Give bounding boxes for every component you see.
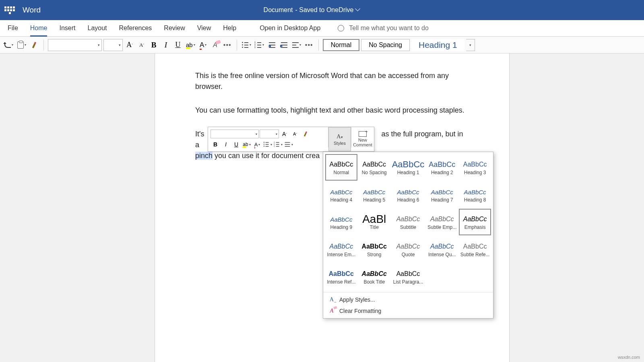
mini-underline[interactable]: U <box>231 140 241 149</box>
doc-saved-suffix: - Saved to OneDrive <box>295 6 354 14</box>
style-tile-heading-4[interactable]: AaBbCcHeading 4 <box>325 181 357 208</box>
style-tile-list-paragra-[interactable]: AaBbCcList Paragra... <box>391 263 425 290</box>
style-tile-book-title[interactable]: AaBbCcBook Title <box>358 263 390 290</box>
document-canvas: This is the free online version of Micro… <box>0 53 644 362</box>
style-tile-heading-5[interactable]: AaBbCcHeading 5 <box>358 181 390 208</box>
mini-numbering[interactable]: ▾ <box>273 140 283 149</box>
mini-shrink-font[interactable]: Aˇ <box>290 129 300 139</box>
style-tile-normal[interactable]: AaBbCcNormal <box>325 154 357 181</box>
font-color-button[interactable]: A▾ <box>198 39 208 51</box>
increase-indent-button[interactable]: ▶ <box>279 39 289 51</box>
style-tile-strong[interactable]: AaBbCcStrong <box>358 236 390 263</box>
style-tile-subtle-refe-[interactable]: AaBbCcSubtle Refe... <box>459 236 491 263</box>
styles-gallery-panel: AaBbCcNormalAaBbCcNo SpacingAaBbCcHeadin… <box>323 152 493 319</box>
style-tile-emphasis[interactable]: AaBbCcEmphasis <box>459 209 491 235</box>
title-bar: Word Document - Saved to OneDrive <box>0 0 644 20</box>
clear-formatting-button[interactable]: A <box>210 39 221 51</box>
clear-formatting-icon: A <box>328 307 335 315</box>
mini-bullets[interactable]: ▾ <box>263 140 272 149</box>
mini-font-combo[interactable]: ▾ <box>211 130 259 138</box>
tab-view[interactable]: View <box>191 20 217 37</box>
style-tile-title[interactable]: AaBlTitle <box>358 209 390 235</box>
style-tile-intense-qu-[interactable]: AaBbCcIntense Qu... <box>426 236 458 263</box>
style-tile-intense-ref-[interactable]: AaBbCcIntense Ref... <box>325 263 357 290</box>
highlight-button[interactable]: ab▾ <box>185 39 196 51</box>
style-tile-subtitle[interactable]: AaBbCcSubtitle <box>391 209 425 235</box>
apply-styles-button[interactable]: A Apply Styles... <box>323 294 493 305</box>
more-para-button[interactable]: ••• <box>304 39 314 51</box>
tab-help[interactable]: Help <box>217 20 242 37</box>
tab-home[interactable]: Home <box>24 20 54 37</box>
mini-toolbar: ▾ ▾ Aˆ Aˇ B I U ab▾ A▾ ▾ ▾ ▾ A▾ Styles N… <box>208 127 374 152</box>
ribbon-tabs: File Home Insert Layout References Revie… <box>0 20 644 37</box>
clear-formatting-button[interactable]: A Clear Formatting <box>323 305 493 317</box>
mini-indent[interactable]: ▾ <box>284 140 293 149</box>
font-family-combo[interactable]: ▾ <box>48 39 102 51</box>
font-size-combo[interactable]: ▾ <box>103 39 123 51</box>
align-button[interactable]: ▾ <box>291 39 302 51</box>
style-normal-button[interactable]: Normal <box>323 39 360 51</box>
watermark: wsxdn.com <box>618 355 640 360</box>
mini-bold[interactable]: B <box>211 140 220 149</box>
undo-button[interactable]: ▾ <box>3 39 14 51</box>
shrink-font-button[interactable]: Aˇ <box>136 39 147 51</box>
more-font-button[interactable]: ••• <box>222 39 233 51</box>
mini-format-painter[interactable] <box>301 129 310 139</box>
ribbon-toolbar: ▾ ▾ ▾ ▾ Aˆ Aˇ B I U ab▾ A▾ A ••• ▾ ▾ ◀ ▶… <box>0 37 644 53</box>
tell-me-search[interactable]: Tell me what you want to do <box>349 25 428 32</box>
selected-text[interactable]: pinch <box>195 152 213 160</box>
bold-button[interactable]: B <box>149 39 159 51</box>
style-tile-heading-6[interactable]: AaBbCcHeading 6 <box>391 181 425 208</box>
tab-review[interactable]: Review <box>158 20 191 37</box>
paragraph[interactable]: You can use formatting tools, highlight … <box>195 105 469 116</box>
style-tile-heading-7[interactable]: AaBbCcHeading 7 <box>426 181 458 208</box>
style-tile-heading-2[interactable]: AaBbCcHeading 2 <box>426 154 458 181</box>
app-launcher-icon[interactable] <box>4 4 15 16</box>
mini-font-color[interactable]: A▾ <box>252 140 262 149</box>
bullets-button[interactable]: ▾ <box>241 39 252 51</box>
style-tile-no-spacing[interactable]: AaBbCcNo Spacing <box>358 154 390 181</box>
style-tile-heading-1[interactable]: AaBbCcHeading 1 <box>391 154 425 181</box>
mini-highlight[interactable]: ab▾ <box>242 140 252 149</box>
style-tile-heading-9[interactable]: AaBbCcHeading 9 <box>325 209 357 235</box>
decrease-indent-button[interactable]: ◀ <box>267 39 277 51</box>
mini-size-combo[interactable]: ▾ <box>260 130 279 138</box>
tab-file[interactable]: File <box>2 20 24 37</box>
style-heading1-button[interactable]: Heading 1 <box>411 39 464 51</box>
italic-button[interactable]: I <box>161 39 171 51</box>
mini-grow-font[interactable]: Aˆ <box>280 129 289 139</box>
app-name: Word <box>23 6 41 14</box>
doc-name: Document <box>264 6 293 14</box>
styles-expand-button[interactable]: ▾ <box>466 39 475 51</box>
style-tile-heading-8[interactable]: AaBbCcHeading 8 <box>459 181 491 208</box>
tab-insert[interactable]: Insert <box>53 20 81 37</box>
tab-references[interactable]: References <box>113 20 158 37</box>
underline-button[interactable]: U <box>173 39 183 51</box>
style-nospacing-button[interactable]: No Spacing <box>361 39 410 51</box>
lightbulb-icon <box>338 25 344 31</box>
mini-new-comment-button[interactable]: New Comment <box>351 127 374 151</box>
tab-layout[interactable]: Layout <box>81 20 113 37</box>
style-tile-intense-em-[interactable]: AaBbCcIntense Em... <box>325 236 357 263</box>
mini-italic[interactable]: I <box>221 140 231 149</box>
style-tile-heading-3[interactable]: AaBbCcHeading 3 <box>459 154 491 181</box>
paragraph[interactable]: This is the free online version of Micro… <box>195 70 469 92</box>
style-tile-subtle-emp-[interactable]: AaBbCcSubtle Emp... <box>426 209 458 235</box>
open-in-desktop-button[interactable]: Open in Desktop App <box>254 20 326 37</box>
numbering-button[interactable]: ▾ <box>254 39 265 51</box>
chevron-down-icon <box>356 8 361 12</box>
mini-styles-button[interactable]: A▾ Styles <box>328 127 351 151</box>
paste-button[interactable]: ▾ <box>16 39 27 51</box>
format-painter-button[interactable] <box>29 39 39 51</box>
apply-styles-icon: A <box>328 296 335 303</box>
document-title[interactable]: Document - Saved to OneDrive <box>41 6 584 14</box>
comment-icon <box>359 131 367 137</box>
grow-font-button[interactable]: Aˆ <box>124 39 135 51</box>
style-tile-quote[interactable]: AaBbCcQuote <box>391 236 425 263</box>
